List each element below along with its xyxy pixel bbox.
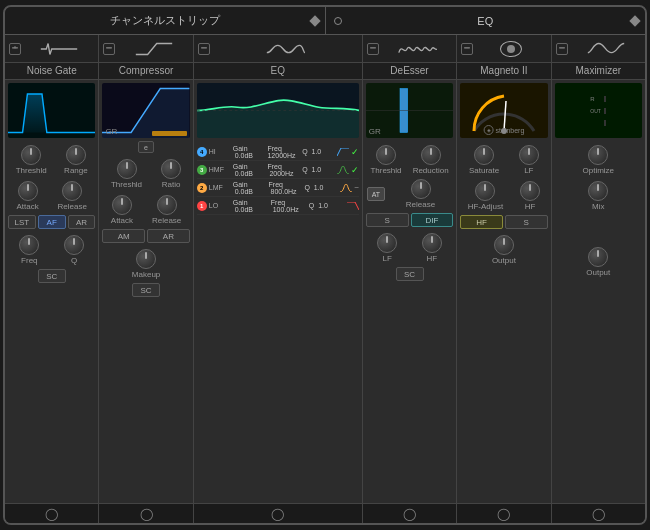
eq-band-label-3: HMF xyxy=(209,166,231,173)
ng-af-button[interactable]: AF xyxy=(38,215,66,229)
comp-ratio-label: Ratio xyxy=(162,180,181,189)
deesser-content: Threshld Reduction AT Release S xyxy=(363,141,456,503)
mag-output-label: Output xyxy=(492,256,516,265)
ng-ar-button[interactable]: AR xyxy=(68,215,96,229)
de-at-button[interactable]: AT xyxy=(367,187,385,201)
de-threshold-knob[interactable] xyxy=(376,145,396,165)
comp-release-knob[interactable] xyxy=(157,195,177,215)
maximizer-icon xyxy=(571,41,641,57)
top-section-left: チャンネルストリップ xyxy=(5,7,326,34)
left-title: チャンネルストリップ xyxy=(110,13,220,28)
de-reduction-knob[interactable] xyxy=(421,145,441,165)
mag-nav-arrow: ◯ xyxy=(497,507,510,521)
mag-hfadj-label: HF-Adjust xyxy=(468,202,504,211)
comp-btn-row: AM AR xyxy=(99,227,192,245)
compressor-display: GR xyxy=(102,83,189,138)
noise-gate-header xyxy=(5,35,98,63)
noise-gate-name: Noise Gate xyxy=(5,63,98,80)
comp-threshold-knob[interactable] xyxy=(117,159,137,179)
comp-ratio-group: Ratio xyxy=(161,159,181,189)
de-nav-arrow: ◯ xyxy=(403,507,416,521)
mag-hfadj-knob[interactable] xyxy=(475,181,495,201)
meter-out-label: OUT xyxy=(590,108,602,114)
deesser-power[interactable] xyxy=(367,43,379,55)
mag-output-knob[interactable] xyxy=(494,235,514,255)
comp-attack-knob[interactable] xyxy=(112,195,132,215)
de-s-button[interactable]: S xyxy=(366,213,409,227)
magneto-display: ◈ steinberg xyxy=(460,83,547,138)
ng-threshold-knob[interactable] xyxy=(21,145,41,165)
mag-knob-row-1: Saturate LF xyxy=(457,141,550,177)
de-knob-row-2: LF HF xyxy=(363,229,456,265)
max-mix-group: Mix xyxy=(588,181,608,211)
eq-band-num-3: 3 xyxy=(197,165,207,175)
mag-btn-row: HF S xyxy=(457,213,550,231)
comp-makeup-knob[interactable] xyxy=(136,249,156,269)
ng-q-knob[interactable] xyxy=(64,235,84,255)
ng-range-knob[interactable] xyxy=(66,145,86,165)
eq-power[interactable] xyxy=(198,43,210,55)
vu-meter: ◈ steinberg xyxy=(460,83,547,138)
ng-release-label: Release xyxy=(58,202,87,211)
magneto-power[interactable] xyxy=(461,43,473,55)
maximizer-name: Maximizer xyxy=(552,63,645,80)
ng-attack-label: Attack xyxy=(16,202,38,211)
max-optimize-group: Optimize xyxy=(583,145,615,175)
mag-hf-button[interactable]: HF xyxy=(460,215,503,229)
compressor-e-button[interactable]: e xyxy=(138,141,154,153)
maximizer-power[interactable] xyxy=(556,43,568,55)
mag-hf-label: HF xyxy=(525,202,536,211)
de-hf-knob[interactable] xyxy=(422,233,442,253)
ng-release-knob[interactable] xyxy=(62,181,82,201)
compressor-name: Compressor xyxy=(99,63,192,80)
compressor-power[interactable] xyxy=(103,43,115,55)
comp-am-button[interactable]: AM xyxy=(102,229,145,243)
comp-nav-arrow: ◯ xyxy=(140,507,153,521)
noise-gate-power[interactable] xyxy=(9,43,21,55)
mag-output-group: Output xyxy=(492,235,516,265)
de-hf-group: HF xyxy=(422,233,442,263)
ng-attack-knob[interactable] xyxy=(18,181,38,201)
eq-band-label-1: LO xyxy=(209,202,231,209)
comp-threshold-label: Threshld xyxy=(111,180,142,189)
power-icon xyxy=(201,46,207,52)
ng-btn-row: LST AF AR xyxy=(5,213,98,231)
comp-sc-button[interactable]: SC xyxy=(132,283,160,297)
ng-lst-button[interactable]: LST xyxy=(8,215,36,229)
max-optimize-knob[interactable] xyxy=(588,145,608,165)
de-dif-button[interactable]: DIF xyxy=(411,213,454,227)
mag-lf-knob[interactable] xyxy=(519,145,539,165)
meter-out-row: OUT xyxy=(590,107,606,115)
mag-knob-row-3: Output xyxy=(457,231,550,267)
maximizer-content: Optimize Mix Output xyxy=(552,141,645,503)
de-lf-knob[interactable] xyxy=(377,233,397,253)
mag-s-button[interactable]: S xyxy=(505,215,548,229)
eq-header xyxy=(194,35,362,63)
de-hf-label: HF xyxy=(427,254,438,263)
max-mix-knob[interactable] xyxy=(588,181,608,201)
comp-release-label: Release xyxy=(152,216,181,225)
comp-ratio-knob[interactable] xyxy=(161,159,181,179)
de-sc-button[interactable]: SC xyxy=(396,267,424,281)
ng-freq-group: Freq xyxy=(19,235,39,265)
magneto-content: Saturate LF HF-Adjust HF xyxy=(457,141,550,503)
meter-out-track xyxy=(604,108,606,114)
mag-saturate-knob[interactable] xyxy=(474,145,494,165)
eq-band-q-3: Q 1.0 xyxy=(302,166,335,173)
svg-rect-9 xyxy=(464,47,470,48)
max-output-knob[interactable] xyxy=(588,247,608,267)
max-nav-arrow: ◯ xyxy=(592,507,605,521)
comp-ar-button[interactable]: AR xyxy=(147,229,190,243)
meter-r-row: R xyxy=(590,95,606,103)
eq-band-q-2: Q 1.0 xyxy=(304,184,338,191)
maximizer-module: Maximizer R OUT xyxy=(552,35,645,523)
eq-bands: 4 HI Gain 0.0dB Freq 12000Hz Q 1.0 ✓ 3 H… xyxy=(194,141,362,503)
maximizer-display: R OUT xyxy=(555,83,642,138)
de-release-knob[interactable] xyxy=(411,179,431,199)
noise-gate-icon xyxy=(24,41,94,57)
ng-freq-knob[interactable] xyxy=(19,235,39,255)
ng-sc-button[interactable]: SC xyxy=(38,269,66,283)
eq-band-3: 3 HMF Gain 0.0dB Freq 2000Hz Q 1.0 ✓ xyxy=(197,161,359,179)
svg-rect-12 xyxy=(559,47,565,48)
mag-hf-knob[interactable] xyxy=(520,181,540,201)
